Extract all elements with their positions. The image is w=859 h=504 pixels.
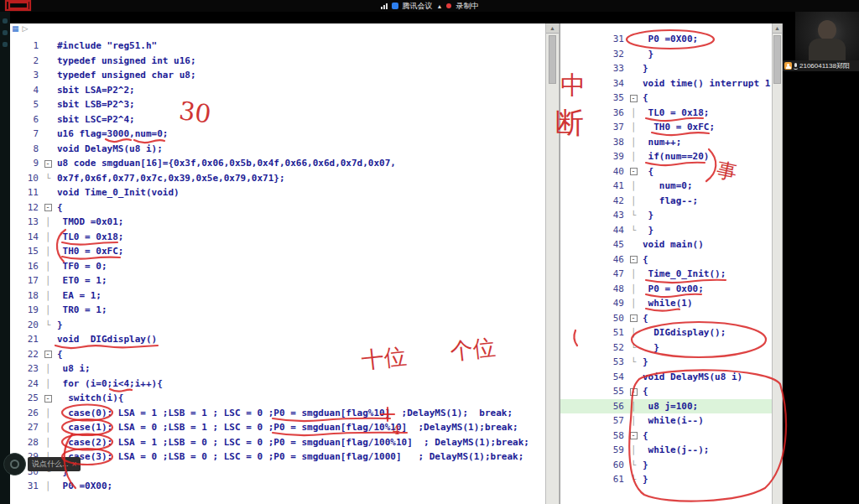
code-line[interactable]: 4sbit LSA=P2^2; xyxy=(10,83,545,98)
code-line[interactable]: 24│ for (i=0;i<4;i++){ xyxy=(10,377,545,392)
scrollbar-thumb[interactable] xyxy=(773,35,781,84)
fold-guide: │ xyxy=(42,273,54,288)
code-line[interactable]: 37│ TH0 = 0xFC; xyxy=(560,120,772,135)
grid-icon[interactable]: ▦ xyxy=(12,24,19,33)
fold-collapse-icon[interactable]: - xyxy=(42,200,54,216)
annotation-tool-button[interactable] xyxy=(3,453,26,475)
chat-hint-tooltip[interactable]: 说点什么... × xyxy=(28,457,81,471)
code-line[interactable]: 18│ EA = 1; xyxy=(10,288,545,304)
code-line[interactable]: 61└} xyxy=(560,472,772,487)
code-line[interactable]: 36│ TL0 = 0x18; xyxy=(560,106,772,121)
fold-collapse-icon[interactable]: - xyxy=(627,311,639,326)
code-line[interactable]: 48│ P0 = 0x00; xyxy=(560,282,772,297)
code-line[interactable]: 17│ ET0 = 1; xyxy=(10,273,545,288)
code-line[interactable]: 7u16 flag=3000,num=0; xyxy=(10,127,545,142)
code-line[interactable]: 38│ num++; xyxy=(560,135,772,150)
code-line[interactable]: 9-u8 code smgduan[16]={0x3f,0x06,0x5b,0x… xyxy=(10,156,545,171)
code-line[interactable]: 31│ P0 =0X00; xyxy=(10,479,545,494)
code-line[interactable]: 34void time() interrupt 1 xyxy=(560,76,772,91)
play-icon[interactable]: ▷ xyxy=(23,24,29,33)
fold-collapse-icon[interactable]: - xyxy=(627,429,639,444)
fold-collapse-icon[interactable]: - xyxy=(627,91,639,106)
code-line[interactable]: 56│ u8 j=100; xyxy=(560,399,772,414)
left-pane-scrollbar[interactable]: ▲ xyxy=(545,23,560,504)
code-line[interactable]: 53└} xyxy=(560,355,772,370)
code-line[interactable]: 44└ } xyxy=(560,223,772,238)
code-line[interactable]: 8void DelayMS(u8 i); xyxy=(10,142,545,157)
code-line[interactable]: 54void DelayMS(u8 i) xyxy=(560,370,772,385)
code-line[interactable]: 15│ TH0 = 0xFC; xyxy=(10,244,545,259)
code-line[interactable]: 21void DIGdisplay() xyxy=(10,332,545,347)
close-icon[interactable]: × xyxy=(72,460,77,469)
code-line[interactable]: 1#include "reg51.h" xyxy=(10,39,545,54)
code-line[interactable]: 57│ while(i--) xyxy=(560,413,772,429)
fold-collapse-icon[interactable]: - xyxy=(42,156,54,171)
code-line[interactable]: 60└} xyxy=(560,458,772,473)
code-line[interactable]: 46-{ xyxy=(560,252,772,268)
code-text: void DelayMS(u8 i); xyxy=(54,142,163,157)
code-line[interactable]: 55-{ xyxy=(560,384,772,399)
line-number: 46 xyxy=(560,252,627,268)
editor-mini-toolbar[interactable]: ▦ ▷ xyxy=(12,24,28,33)
code-pane-right[interactable]: 31 P0 =0X00;32 }33}34void time() interru… xyxy=(560,23,772,504)
code-line[interactable]: 20└} xyxy=(10,318,545,333)
code-line[interactable]: 43└ } xyxy=(560,208,772,223)
fold-collapse-icon[interactable]: - xyxy=(42,391,54,406)
code-line[interactable]: 51│ DIGdisplay(); xyxy=(560,325,772,340)
code-line[interactable]: 27│ case(1): LSA = 0 ;LSB = 1 ; LSC = 0 … xyxy=(10,420,545,435)
strip-icon[interactable] xyxy=(3,42,8,47)
code-line[interactable]: 5sbit LSB=P2^3; xyxy=(10,97,545,112)
code-line[interactable]: 50-{ xyxy=(560,311,772,326)
code-line[interactable]: 28│ case(2): LSA = 1 ;LSB = 0 ; LSC = 0 … xyxy=(10,435,545,450)
code-line[interactable]: 26│ case(0): LSA = 1 ;LSB = 1 ; LSC = 0 … xyxy=(10,406,545,421)
code-line[interactable]: 47│ Time_0_Init(); xyxy=(560,267,772,282)
code-line[interactable]: 39│ if(num==20) xyxy=(560,149,772,164)
code-line[interactable]: 59│ while(j--); xyxy=(560,443,772,458)
code-line[interactable]: 11void Time_0_Init(void) xyxy=(10,185,545,200)
scroll-up-icon[interactable]: ▲ xyxy=(546,23,559,34)
code-line[interactable]: 41│ num=0; xyxy=(560,179,772,194)
webcam-thumbnail[interactable] xyxy=(795,12,859,60)
code-line[interactable]: 42│ flag--; xyxy=(560,194,772,209)
code-line[interactable]: 16│ TF0 = 0; xyxy=(10,259,545,274)
strip-icon[interactable] xyxy=(3,18,8,23)
code-line[interactable]: 13│ TMOD =0x01; xyxy=(10,215,545,230)
code-line[interactable]: 31 P0 =0X00; xyxy=(560,32,772,47)
code-line[interactable]: 3typedef unsigned char u8; xyxy=(10,68,545,83)
scroll-up-icon[interactable]: ▲ xyxy=(773,23,782,34)
code-line[interactable]: 12-{ xyxy=(10,200,545,216)
code-line[interactable]: 14│ TL0 = 0x18; xyxy=(10,230,545,245)
scrollbar-thumb[interactable] xyxy=(549,35,556,84)
code-line[interactable]: 58-{ xyxy=(560,429,772,444)
line-number: 51 xyxy=(560,325,627,340)
strip-icon[interactable] xyxy=(3,30,8,35)
code-line[interactable]: 32 } xyxy=(560,47,772,62)
code-pane-left[interactable]: ▦ ▷ 1#include "reg51.h"2typedef unsigned… xyxy=(10,23,545,504)
fold-collapse-icon[interactable]: - xyxy=(627,252,639,268)
line-number: 38 xyxy=(560,135,627,150)
meeting-topbar[interactable]: 腾讯会议 ▲ 录制中 xyxy=(0,0,859,12)
code-line[interactable]: 19│ TR0 = 1; xyxy=(10,303,545,318)
chevron-up-icon[interactable]: ▲ xyxy=(437,3,443,9)
code-line[interactable]: 22-{ xyxy=(10,347,545,362)
code-line[interactable]: 52└ } xyxy=(560,340,772,356)
code-line[interactable]: 45void main() xyxy=(560,237,772,252)
code-line[interactable]: 40- { xyxy=(560,164,772,179)
code-line[interactable]: 29│ case(3): LSA = 0 ;LSB = 0 ; LSC = 0 … xyxy=(10,449,545,465)
participant-name-bar[interactable]: 2106041138郑阳 xyxy=(783,60,859,71)
code-line[interactable]: 2typedef unsigned int u16; xyxy=(10,54,545,69)
fold-collapse-icon[interactable]: - xyxy=(627,384,639,399)
fold-guide: │ xyxy=(42,435,54,450)
fold-collapse-icon[interactable]: - xyxy=(627,164,639,179)
code-line[interactable]: 23│ u8 i; xyxy=(10,361,545,377)
code-line[interactable]: 49│ while(1) xyxy=(560,296,772,311)
code-line[interactable]: 6sbit LSC=P2^4; xyxy=(10,112,545,127)
fold-collapse-icon[interactable]: - xyxy=(42,347,54,362)
code-line[interactable]: 30└ } xyxy=(10,465,545,480)
code-line[interactable]: 35-{ xyxy=(560,91,772,106)
code-line[interactable]: 33} xyxy=(560,61,772,76)
code-line[interactable]: 10└0x7f,0x6f,0x77,0x7c,0x39,0x5e,0x79,0x… xyxy=(10,171,545,186)
fold-guide xyxy=(42,142,54,157)
right-pane-scrollbar[interactable]: ▲ xyxy=(772,23,783,504)
code-line[interactable]: 25- switch(i){ xyxy=(10,391,545,406)
